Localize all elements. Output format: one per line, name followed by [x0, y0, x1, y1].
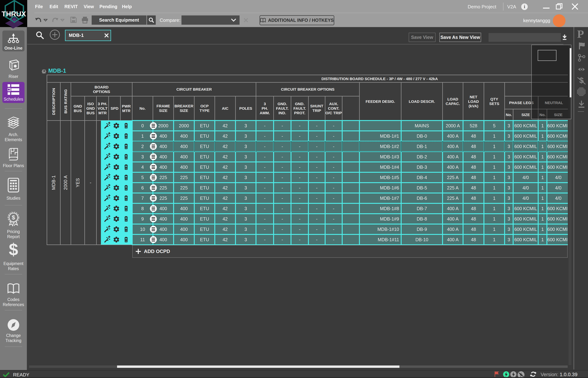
- svg-text:THRUX: THRUX: [2, 10, 26, 18]
- svg-text:$: $: [12, 214, 15, 221]
